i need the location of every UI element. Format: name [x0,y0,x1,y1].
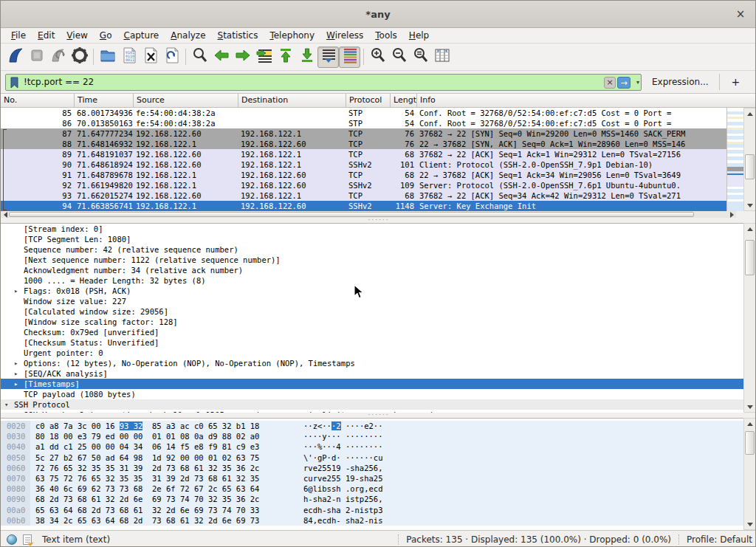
restart-capture-button[interactable] [47,47,69,68]
scroll-down-arrow[interactable] [744,519,755,529]
scroll-down-arrow[interactable] [744,402,755,412]
capture-options-button[interactable] [69,47,90,68]
menu-tools[interactable]: Tools [369,29,403,42]
menu-analyze[interactable]: Analyze [165,29,211,42]
hex-row[interactable]: 008036 40 6c 69 62 73 73 68 2e 6f 72 67 … [1,484,743,494]
detail-line[interactable]: [TCP Segment Len: 1080] [1,234,743,244]
packet-list-vscrollbar[interactable] [743,108,756,211]
auto-scroll-button[interactable] [317,47,339,68]
zoom-in-button[interactable] [367,47,388,68]
save-file-button[interactable]: 010101100011 [118,47,140,68]
zoom-reset-button[interactable] [410,47,431,68]
menu-edit[interactable]: Edit [32,29,61,42]
packet-row[interactable]: 8871.648146932192.168.122.1192.168.122.6… [1,139,726,149]
scroll-thumb[interactable] [745,154,755,179]
detail-line[interactable]: [Next sequence number: 1122 (relative se… [1,255,743,265]
column-header-destination[interactable]: Destination [238,94,346,107]
expression-button[interactable]: Expression... [652,77,709,87]
detail-line[interactable]: [Stream index: 0] [1,224,743,234]
filter-input[interactable] [24,75,496,90]
hex-row[interactable]: 00b038 34 2c 65 63 64 68 2d 73 68 61 32 … [1,515,743,526]
titlebar[interactable]: *any × [1,1,755,28]
scroll-up-arrow[interactable] [744,419,755,429]
menu-help[interactable]: Help [403,29,435,42]
details-vscrollbar[interactable] [743,223,756,413]
go-last-packet-button[interactable] [296,47,317,68]
hex-row[interactable]: 0020c0 a8 7a 3c 00 16 93 32 85 a3 ac c0 … [1,421,743,431]
reload-file-button[interactable] [161,47,182,68]
menu-file[interactable]: File [5,29,32,42]
hex-row[interactable]: 00a065 63 64 68 2d 73 68 61 32 2d 6e 69 … [1,505,743,515]
detail-line[interactable]: [Window size scaling factor: 128] [1,317,743,327]
detail-line[interactable]: Acknowledgment number: 34 (relative ack … [1,265,743,275]
scroll-thumb[interactable] [745,240,755,275]
hex-row[interactable]: 0040a1 dd c1 25 00 00 04 34 06 14 f5 e8 … [1,441,743,452]
pane-splitter[interactable]: ······ [1,218,756,223]
column-header-no[interactable]: No. [1,94,75,107]
scroll-up-arrow[interactable] [744,109,755,119]
zoom-out-button[interactable] [388,47,410,68]
close-window-button[interactable]: × [733,7,748,21]
find-packet-button[interactable] [189,47,210,68]
menu-statistics[interactable]: Statistics [212,29,264,42]
detail-line[interactable]: [Checksum Status: Unverified] [1,337,743,348]
hex-row[interactable]: 006072 76 65 32 35 35 31 39 2d 73 68 61 … [1,463,743,473]
detail-line[interactable]: Sequence number: 42 (relative sequence n… [1,244,743,255]
packet-row[interactable]: 9271.661949820192.168.122.1192.168.122.6… [1,180,726,190]
menu-view[interactable]: View [61,29,93,42]
scroll-thumb[interactable] [745,431,755,455]
packet-row-selected[interactable]: 9471.663856741192.168.122.1192.168.122.6… [1,201,726,211]
go-first-packet-button[interactable] [275,47,296,68]
detail-line[interactable]: Checksum: 0x79ed [unverified] [1,327,743,337]
hex-row[interactable]: 003080 18 00 e3 79 ed 00 00 01 01 08 0a … [1,431,743,441]
bookmark-icon[interactable] [10,77,19,92]
column-header-info[interactable]: Info [417,94,756,107]
column-header-protocol[interactable]: Protocol [346,94,391,107]
packet-row[interactable]: 9371.662015274192.168.122.60192.168.122.… [1,190,726,201]
hex-row[interactable]: 007063 75 72 76 65 32 35 35 31 39 2d 73 … [1,473,743,484]
close-file-button[interactable] [140,47,161,68]
menu-telephony[interactable]: Telephony [264,29,320,42]
packet-row[interactable]: 8771.647777234192.168.122.60192.168.122.… [1,128,726,139]
status-profile[interactable]: Profile: Default [687,534,752,545]
detail-line[interactable]: TCP payload (1080 bytes) [1,389,743,399]
filter-clear-button[interactable]: × [604,77,616,89]
expert-info-icon[interactable] [7,534,17,545]
scroll-down-arrow[interactable] [744,200,755,210]
scroll-up-arrow[interactable] [744,224,755,234]
detail-line[interactable]: Urgent pointer: 0 [1,348,743,358]
hex-row[interactable]: 00505c 27 b2 67 50 ad 64 98 1d 92 00 00 … [1,453,743,463]
detail-line[interactable]: [Calculated window size: 29056] [1,306,743,317]
detail-line[interactable]: Window size value: 227 [1,296,743,306]
scroll-thumb[interactable] [9,212,694,217]
column-header-source[interactable]: Source [134,94,238,107]
packet-row[interactable]: 8971.648191037192.168.122.60192.168.122.… [1,149,726,159]
detail-line[interactable]: ▸Options: (12 bytes), No-Operation (NOP)… [1,358,743,368]
packet-row[interactable]: 9071.648618924192.168.122.60192.168.122.… [1,159,726,170]
menu-capture[interactable]: Capture [117,29,165,42]
colorize-packets-button[interactable] [339,47,360,68]
go-to-packet-button[interactable] [253,47,275,68]
detail-line[interactable]: ▾SSH Protocol [1,399,743,410]
column-header-time[interactable]: Time [75,94,134,107]
packet-row[interactable]: 8670.013850163fe:54:00:d4:38:2aSTP54Conf… [1,118,726,128]
go-back-button[interactable] [210,47,232,68]
hex-row[interactable]: 009068 2d 73 68 61 32 2d 6e 69 73 74 70 … [1,494,743,504]
packet-list-minimap[interactable] [726,108,743,211]
resize-columns-button[interactable] [431,47,453,68]
packet-row[interactable]: 9171.648789678192.168.122.1192.168.122.6… [1,170,726,180]
packet-row[interactable]: 8568.001734936fe:54:00:d4:38:2aSTP54Conf… [1,108,726,118]
column-header-length[interactable]: Length [391,94,417,107]
start-capture-button[interactable] [4,47,26,68]
scroll-left-arrow[interactable] [1,211,9,218]
pane-splitter[interactable]: ······ [1,413,756,418]
capture-comment-icon[interactable] [23,534,32,545]
detail-line[interactable]: ▸[SEQ/ACK analysis] [1,368,743,379]
detail-line[interactable]: ▸Flags: 0x018 (PSH, ACK) [1,286,743,296]
detail-line-selected[interactable]: ▸[Timestamps] [1,379,743,389]
filter-history-caret[interactable]: ▾ [636,79,639,86]
menu-wireless[interactable]: Wireless [320,29,369,42]
stop-capture-button[interactable] [26,47,47,68]
go-forward-button[interactable] [232,47,253,68]
filter-apply-button[interactable]: → [617,77,630,89]
